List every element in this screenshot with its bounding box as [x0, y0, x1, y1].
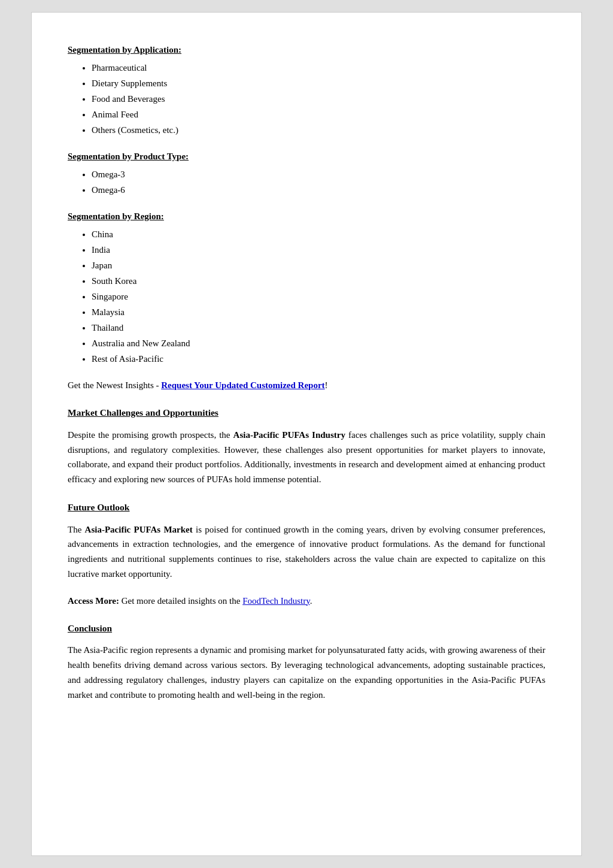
- list-item: India: [92, 243, 545, 257]
- segmentation-product-section: Segmentation by Product Type: Omega-3 Om…: [68, 149, 545, 197]
- list-item: Australia and New Zealand: [92, 336, 545, 350]
- market-challenges-paragraph: Despite the promising growth prospects, …: [68, 428, 545, 487]
- access-more-line: Access More: Get more detailed insights …: [68, 594, 545, 608]
- list-item: Omega-3: [92, 167, 545, 182]
- conclusion-paragraph: The Asia-Pacific region represents a dyn…: [68, 643, 545, 702]
- access-more-label: Access More:: [68, 596, 119, 606]
- market-challenges-heading: Market Challenges and Opportunities: [68, 406, 545, 421]
- future-outlook-section: Future Outlook The Asia-Pacific PUFAs Ma…: [68, 500, 545, 608]
- segmentation-application-list: Pharmaceutical Dietary Supplements Food …: [92, 61, 545, 137]
- list-item: China: [92, 227, 545, 241]
- insights-prefix: Get the Newest Insights -: [68, 380, 161, 390]
- list-item: Food and Beverages: [92, 92, 545, 106]
- list-item: Japan: [92, 258, 545, 273]
- list-item: Animal Feed: [92, 107, 545, 122]
- list-item: Pharmaceutical: [92, 61, 545, 75]
- list-item: South Korea: [92, 274, 545, 288]
- segmentation-application-section: Segmentation by Application: Pharmaceuti…: [68, 43, 545, 137]
- insights-line: Get the Newest Insights - Request Your U…: [68, 378, 545, 392]
- segmentation-application-heading: Segmentation by Application:: [68, 43, 545, 57]
- segmentation-product-list: Omega-3 Omega-6: [92, 167, 545, 197]
- list-item: Singapore: [92, 289, 545, 304]
- fo-text-1: The: [68, 525, 85, 534]
- insights-suffix: !: [325, 380, 328, 390]
- list-item: Others (Cosmetics, etc.): [92, 123, 545, 137]
- segmentation-region-list: China India Japan South Korea Singapore …: [92, 227, 545, 366]
- customized-report-link[interactable]: Request Your Updated Customized Report: [161, 380, 324, 390]
- market-challenges-section: Market Challenges and Opportunities Desp…: [68, 406, 545, 487]
- mc-bold: Asia-Pacific PUFAs Industry: [233, 430, 345, 440]
- future-outlook-paragraph: The Asia-Pacific PUFAs Market is poised …: [68, 522, 545, 582]
- list-item: Omega-6: [92, 183, 545, 197]
- access-more-suffix: .: [310, 596, 312, 606]
- list-item: Malaysia: [92, 305, 545, 319]
- conclusion-heading: Conclusion: [68, 621, 545, 636]
- foodtech-industry-link[interactable]: FoodTech Industry: [242, 596, 310, 606]
- segmentation-region-section: Segmentation by Region: China India Japa…: [68, 209, 545, 366]
- list-item: Dietary Supplements: [92, 76, 545, 90]
- access-more-text: Get more detailed insights on the: [119, 596, 242, 606]
- conclusion-section: Conclusion The Asia-Pacific region repre…: [68, 621, 545, 703]
- fo-bold: Asia-Pacific PUFAs Market: [85, 525, 193, 534]
- mc-text-1: Despite the promising growth prospects, …: [68, 430, 233, 440]
- list-item: Thailand: [92, 320, 545, 335]
- future-outlook-heading: Future Outlook: [68, 500, 545, 515]
- list-item: Rest of Asia-Pacific: [92, 352, 545, 366]
- segmentation-region-heading: Segmentation by Region:: [68, 209, 545, 223]
- segmentation-product-heading: Segmentation by Product Type:: [68, 149, 545, 164]
- page-container: Segmentation by Application: Pharmaceuti…: [31, 12, 582, 856]
